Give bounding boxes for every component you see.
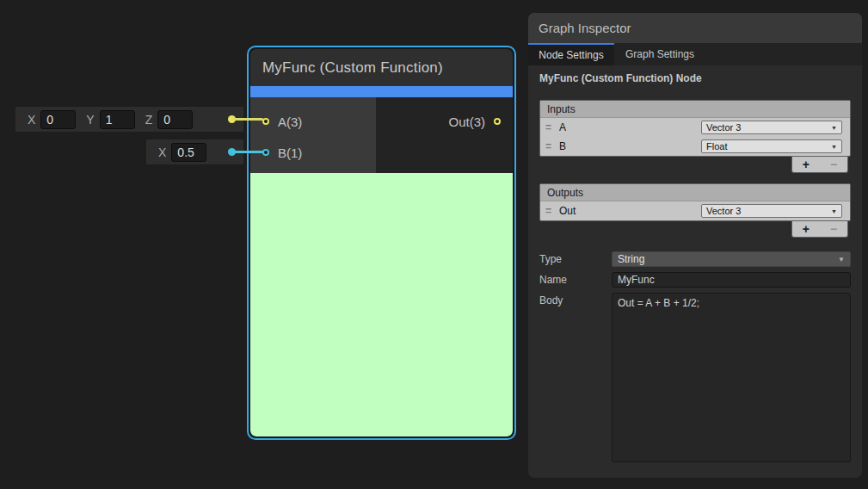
dropdown-value: Vector 3: [706, 206, 741, 216]
type-dropdown[interactable]: String ▼: [612, 251, 851, 267]
graph-inspector-title: Graph Inspector: [539, 21, 631, 35]
node-preview: [250, 173, 513, 436]
shader-graph-canvas[interactable]: X Y Z X MyFunc (Custom Function): [0, 0, 868, 489]
node-title: MyFunc (Custom Function): [262, 59, 443, 77]
body-label: Body: [539, 293, 612, 462]
port-circle-icon[interactable]: [262, 149, 269, 156]
inputs-section-header: Inputs: [540, 101, 850, 118]
drag-handle-icon[interactable]: =: [545, 205, 551, 217]
type-label: Type: [539, 251, 612, 267]
remove-input-button[interactable]: −: [830, 158, 837, 170]
port-circle-icon[interactable]: [262, 118, 269, 125]
output-name: Out: [559, 205, 576, 217]
vector3-wire[interactable]: [232, 118, 263, 121]
node-header[interactable]: MyFunc (Custom Function): [250, 49, 513, 86]
vector3-input-widget: X Y Z: [15, 107, 243, 132]
input-a-type-dropdown[interactable]: Vector 3 ▼: [701, 121, 842, 134]
port-label: Out(3): [448, 115, 485, 129]
output-port-out[interactable]: Out(3): [448, 106, 513, 137]
drag-handle-icon[interactable]: =: [545, 140, 551, 152]
custom-function-node[interactable]: MyFunc (Custom Function) A(3) B(1): [247, 46, 516, 440]
name-input[interactable]: [612, 272, 851, 288]
chevron-down-icon: ▼: [831, 144, 837, 150]
axis-label-y: Y: [86, 113, 94, 127]
inputs-section: Inputs = A Vector 3 ▼ = B Float ▼: [539, 100, 851, 157]
vector3-y-field[interactable]: [100, 110, 135, 129]
vector3-x-field[interactable]: [40, 110, 76, 129]
chevron-down-icon: ▼: [838, 256, 845, 263]
float-wire[interactable]: [232, 151, 263, 153]
axis-label-z: Z: [145, 113, 153, 127]
input-name: B: [559, 140, 566, 152]
dropdown-value: Float: [706, 141, 727, 152]
outputs-section: Outputs = Out Vector 3 ▼: [539, 183, 851, 221]
chevron-down-icon: ▼: [831, 125, 837, 131]
input-row-b[interactable]: = B Float ▼: [540, 137, 850, 156]
dropdown-value: Vector 3: [706, 122, 741, 133]
inspector-tabbar: Node Settings Graph Settings: [528, 43, 862, 65]
name-label: Name: [539, 272, 612, 288]
port-circle-icon[interactable]: [494, 118, 501, 125]
input-port-b[interactable]: B(1): [250, 137, 376, 168]
input-port-a[interactable]: A(3): [250, 106, 376, 137]
output-out-type-dropdown[interactable]: Vector 3 ▼: [701, 204, 842, 218]
outputs-section-header: Outputs: [540, 184, 850, 201]
output-row-out[interactable]: = Out Vector 3 ▼: [540, 201, 850, 220]
axis-label-x: X: [158, 145, 166, 159]
tab-node-settings[interactable]: Node Settings: [528, 43, 614, 65]
graph-inspector-titlebar[interactable]: Graph Inspector: [528, 13, 862, 43]
outputs-list-footer: + −: [539, 221, 851, 238]
axis-label-x: X: [28, 113, 35, 127]
graph-inspector-panel: Graph Inspector Node Settings Graph Sett…: [528, 13, 862, 478]
dropdown-value: String: [618, 253, 644, 265]
float-input-widget: X: [146, 139, 243, 164]
node-title-accent-bar: [250, 86, 513, 97]
vector3-z-field[interactable]: [157, 110, 193, 129]
inspector-body: MyFunc (Custom Function) Node Inputs = A…: [528, 65, 862, 478]
body-textarea[interactable]: Out = A + B + 1/2;: [612, 293, 851, 462]
port-label: B(1): [278, 145, 302, 160]
input-row-a[interactable]: = A Vector 3 ▼: [540, 118, 850, 137]
tab-graph-settings[interactable]: Graph Settings: [614, 43, 705, 65]
add-input-button[interactable]: +: [803, 158, 810, 170]
chevron-down-icon: ▼: [831, 208, 837, 214]
remove-output-button[interactable]: −: [830, 223, 837, 235]
inputs-list-footer: + −: [539, 157, 851, 173]
node-input-port-column: A(3) B(1): [250, 97, 376, 173]
drag-handle-icon[interactable]: =: [545, 121, 551, 133]
input-name: A: [559, 121, 566, 133]
float-x-field[interactable]: [171, 143, 206, 162]
add-output-button[interactable]: +: [803, 223, 810, 235]
node-settings-subtitle: MyFunc (Custom Function) Node: [539, 72, 851, 84]
port-label: A(3): [278, 115, 302, 129]
node-output-port-column: Out(3): [376, 97, 513, 173]
input-b-type-dropdown[interactable]: Float ▼: [701, 139, 842, 153]
